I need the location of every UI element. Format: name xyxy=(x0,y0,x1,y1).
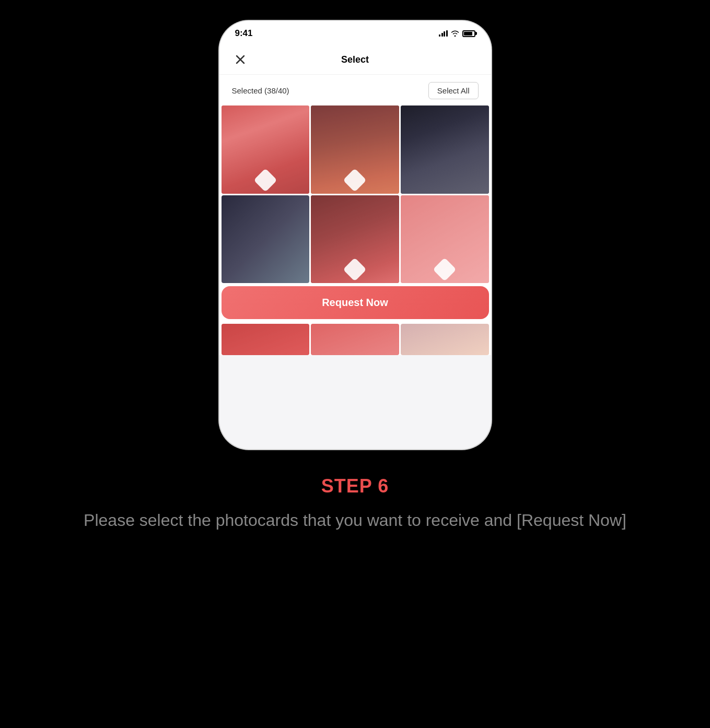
battery-icon xyxy=(462,30,475,37)
photo-cell-9[interactable] xyxy=(401,324,489,355)
selection-bar: Selected (38/40) Select All xyxy=(219,75,491,105)
photo-cell-8[interactable] xyxy=(311,324,399,355)
signal-icon xyxy=(439,30,448,37)
request-btn-wrapper: Request Now xyxy=(222,286,489,319)
selected-count: Selected (38/40) xyxy=(232,86,289,95)
page-wrapper: 9:41 xyxy=(0,0,710,728)
screen-header: Select xyxy=(219,43,491,75)
phone-mockup: 9:41 xyxy=(219,21,491,449)
status-time: 9:41 xyxy=(235,28,253,39)
photo-cell-5[interactable] xyxy=(311,195,399,284)
status-bar: 9:41 xyxy=(219,21,491,43)
photo-cell-3[interactable] xyxy=(401,105,489,194)
phone-screen: Select Selected (38/40) Select All xyxy=(219,43,491,355)
step-label: STEP 6 xyxy=(42,475,668,497)
photo-cell-1[interactable] xyxy=(222,105,310,194)
bottom-partial-row xyxy=(219,322,491,355)
status-icons xyxy=(439,30,475,37)
photo-cell-4[interactable] xyxy=(222,195,310,284)
photo-cell-7[interactable] xyxy=(222,324,310,355)
close-button[interactable] xyxy=(232,51,249,68)
photo-cell-6[interactable] xyxy=(401,195,489,284)
select-all-button[interactable]: Select All xyxy=(428,82,479,99)
wifi-icon xyxy=(451,30,459,37)
photo-cell-2[interactable] xyxy=(311,105,399,194)
step-description: Please select the photocards that you wa… xyxy=(42,508,668,533)
photo-grid-row1 xyxy=(219,105,491,283)
request-now-button[interactable]: Request Now xyxy=(222,286,489,319)
screen-title: Select xyxy=(341,54,369,65)
step-section: STEP 6 Please select the photocards that… xyxy=(0,449,710,554)
